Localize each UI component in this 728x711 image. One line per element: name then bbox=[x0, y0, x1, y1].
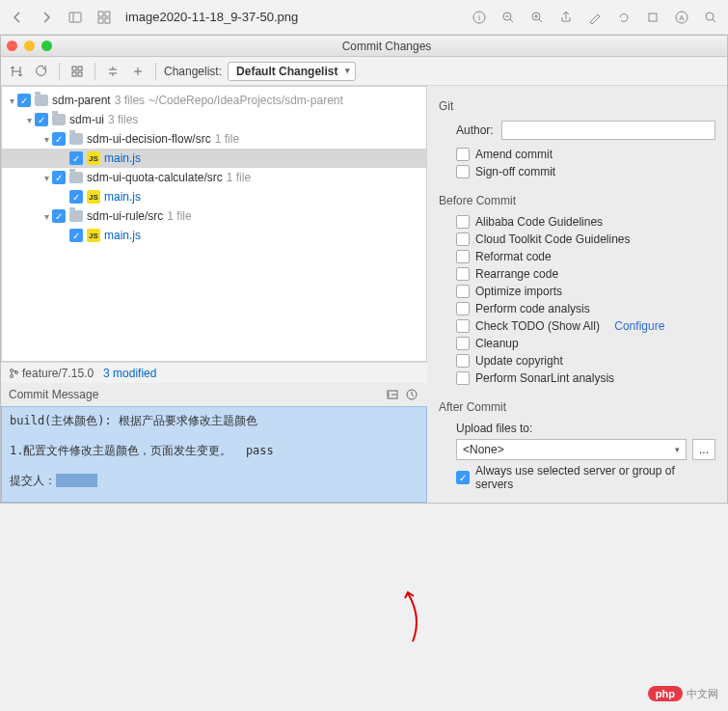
svg-text:A: A bbox=[679, 14, 685, 22]
maximize-icon[interactable] bbox=[41, 41, 52, 51]
diff-icon[interactable] bbox=[7, 62, 26, 81]
todo-checkbox[interactable] bbox=[456, 319, 470, 333]
always-use-checkbox[interactable] bbox=[456, 471, 470, 484]
zoom-out-icon[interactable] bbox=[500, 10, 516, 25]
signoff-label: Sign-off commit bbox=[475, 165, 555, 178]
file-info: 3 files bbox=[115, 94, 145, 107]
file-checkbox[interactable] bbox=[52, 132, 66, 146]
svg-rect-0 bbox=[69, 13, 81, 22]
rotate-icon[interactable] bbox=[616, 10, 632, 25]
checkbox[interactable] bbox=[456, 371, 470, 385]
commit-message-history-icon[interactable] bbox=[404, 387, 419, 402]
crop-icon[interactable] bbox=[645, 10, 661, 25]
twisty-icon[interactable]: ▾ bbox=[40, 211, 52, 222]
branch-label[interactable]: feature/7.15.0 bbox=[9, 367, 94, 380]
svg-rect-22 bbox=[72, 72, 76, 76]
tree-node[interactable]: ▾sdm-ui-decision-flow/src1 file bbox=[2, 129, 426, 149]
checkbox[interactable] bbox=[456, 285, 470, 298]
tree-node[interactable]: ▾sdm-ui-rule/src1 file bbox=[2, 206, 426, 226]
tree-node[interactable]: JSmain.js bbox=[2, 149, 426, 168]
checkbox-label: Cloud Toolkit Code Guidelines bbox=[475, 232, 631, 246]
folder-icon bbox=[52, 114, 66, 125]
always-use-label: Always use selected server or group of s… bbox=[475, 464, 715, 491]
author-input[interactable] bbox=[501, 121, 715, 140]
checkbox-label: Optimize imports bbox=[475, 285, 562, 298]
checkbox[interactable] bbox=[456, 250, 470, 263]
svg-point-25 bbox=[11, 374, 13, 377]
expand-icon[interactable] bbox=[103, 62, 122, 81]
changelist-label: Changelist: bbox=[164, 65, 222, 78]
file-name: main.js bbox=[104, 190, 141, 204]
sidebar-icon[interactable] bbox=[67, 10, 83, 25]
svg-rect-5 bbox=[105, 18, 110, 23]
group-icon[interactable] bbox=[67, 62, 87, 81]
file-path: ~/CodeRepo/IdeaProjects/sdm-parent bbox=[148, 94, 343, 107]
file-name: sdm-ui-quota-calculate/src bbox=[87, 171, 223, 184]
back-icon[interactable] bbox=[10, 10, 25, 25]
search-icon[interactable] bbox=[703, 10, 718, 25]
file-name: sdm-ui-decision-flow/src bbox=[87, 132, 211, 146]
svg-rect-20 bbox=[72, 67, 76, 70]
signoff-checkbox[interactable] bbox=[456, 165, 470, 178]
file-checkbox[interactable] bbox=[69, 229, 83, 242]
file-name: sdm-ui bbox=[69, 113, 104, 126]
share-icon[interactable] bbox=[558, 10, 574, 25]
twisty-icon[interactable]: ▾ bbox=[23, 115, 35, 125]
minimize-icon[interactable] bbox=[24, 41, 35, 51]
edit-icon[interactable] bbox=[587, 10, 603, 25]
checkbox[interactable] bbox=[456, 354, 470, 368]
file-checkbox[interactable] bbox=[35, 113, 48, 126]
file-tree[interactable]: ▾sdm-parent3 files~/CodeRepo/IdeaProject… bbox=[1, 86, 427, 362]
annotate-icon[interactable]: A bbox=[674, 10, 689, 25]
forward-icon[interactable] bbox=[39, 10, 54, 25]
checkbox[interactable] bbox=[456, 302, 470, 315]
commit-message-textarea[interactable]: build(主体颜色): 根据产品要求修改主题颜色 1.配置文件修改主题颜色，页… bbox=[1, 406, 427, 503]
changelist-dropdown[interactable]: Default Changelist bbox=[228, 62, 356, 81]
file-checkbox[interactable] bbox=[69, 151, 83, 165]
checkbox[interactable] bbox=[456, 215, 470, 229]
js-file-icon: JS bbox=[87, 190, 100, 204]
twisty-icon[interactable]: ▾ bbox=[6, 96, 17, 106]
file-checkbox[interactable] bbox=[69, 190, 83, 204]
window-filename: image2020-11-18_9-37-50.png bbox=[125, 10, 458, 24]
annotation-arrow bbox=[403, 588, 432, 649]
folder-icon bbox=[69, 133, 83, 145]
commit-toolbar: Changelist: Default Changelist bbox=[1, 57, 727, 86]
tree-node[interactable]: ▾sdm-parent3 files~/CodeRepo/IdeaProject… bbox=[2, 91, 426, 110]
close-icon[interactable] bbox=[7, 41, 17, 51]
checkbox-label: Alibaba Code Guidelines bbox=[475, 215, 603, 229]
configure-link[interactable]: Configure bbox=[614, 319, 664, 333]
collapse-icon[interactable] bbox=[128, 62, 148, 81]
svg-line-19 bbox=[713, 19, 715, 22]
commit-message-presets-icon[interactable] bbox=[385, 387, 400, 402]
file-checkbox[interactable] bbox=[52, 171, 66, 184]
svg-rect-21 bbox=[78, 67, 82, 70]
file-checkbox[interactable] bbox=[17, 94, 31, 107]
svg-rect-15 bbox=[649, 14, 657, 21]
file-info: 1 file bbox=[227, 171, 251, 184]
upload-more-button[interactable]: ... bbox=[692, 439, 715, 460]
twisty-icon[interactable]: ▾ bbox=[40, 134, 52, 145]
author-label: Author: bbox=[456, 123, 494, 137]
tree-node[interactable]: ▾sdm-ui3 files bbox=[2, 110, 426, 129]
checkbox[interactable] bbox=[456, 267, 470, 281]
checkbox[interactable] bbox=[456, 337, 470, 350]
checkbox[interactable] bbox=[456, 232, 470, 246]
tree-node[interactable]: ▾sdm-ui-quota-calculate/src1 file bbox=[2, 168, 426, 187]
file-info: 3 files bbox=[108, 113, 138, 126]
amend-checkbox[interactable] bbox=[456, 148, 470, 161]
file-info: 1 file bbox=[215, 132, 239, 146]
upload-dropdown[interactable]: <None> bbox=[456, 439, 687, 460]
file-checkbox[interactable] bbox=[52, 209, 66, 223]
twisty-icon[interactable]: ▾ bbox=[40, 173, 52, 183]
tree-node[interactable]: JSmain.js bbox=[2, 187, 426, 206]
grid-icon[interactable] bbox=[96, 10, 112, 25]
revert-icon[interactable] bbox=[32, 62, 51, 81]
zoom-in-icon[interactable] bbox=[529, 10, 545, 25]
tree-node[interactable]: JSmain.js bbox=[2, 226, 426, 245]
modified-count[interactable]: 3 modified bbox=[103, 367, 156, 380]
checkbox-label: Cleanup bbox=[475, 337, 519, 350]
commit-dialog: Commit Changes Changelist: Default Chang… bbox=[0, 35, 728, 504]
info-icon[interactable]: i bbox=[472, 10, 487, 25]
folder-icon bbox=[69, 210, 83, 222]
